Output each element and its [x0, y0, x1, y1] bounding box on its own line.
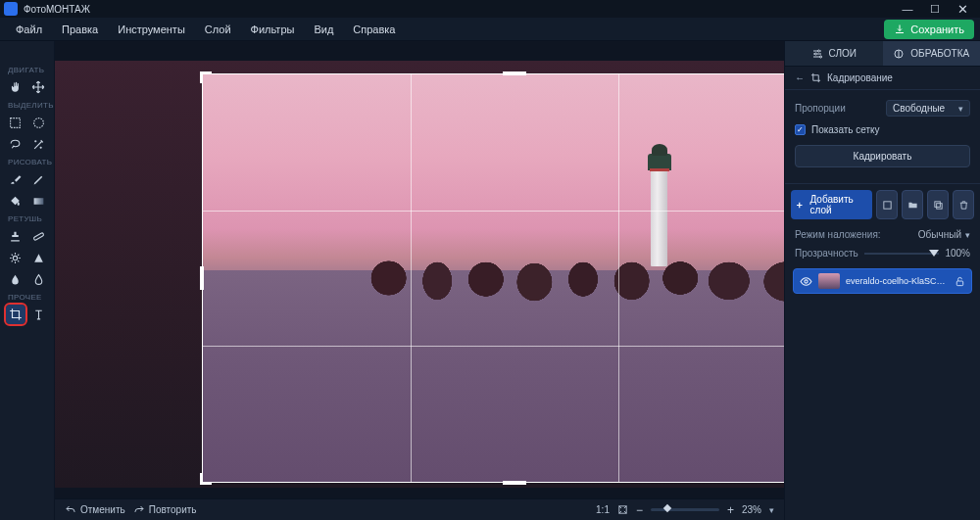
opacity-value: 100% — [945, 248, 970, 259]
gradient-tool[interactable] — [28, 191, 48, 211]
window-maximize-button[interactable]: ☐ — [921, 3, 949, 16]
crop-frame[interactable] — [202, 73, 784, 483]
menu-edit[interactable]: Правка — [52, 20, 108, 39]
menubar: Файл Правка Инструменты Слой Фильтры Вид… — [0, 18, 980, 41]
rect-select-tool[interactable] — [6, 113, 25, 132]
eye-icon[interactable] — [800, 275, 812, 288]
zoom-in-icon[interactable]: + — [727, 503, 734, 517]
dodge-tool[interactable] — [6, 248, 25, 267]
svg-point-4 — [14, 256, 18, 260]
plus-icon — [795, 200, 804, 211]
tab-processing-label: ОБРАБОТКА — [910, 48, 969, 59]
move-tool[interactable] — [28, 77, 48, 97]
svg-rect-3 — [33, 232, 44, 240]
canvas-image — [203, 74, 784, 482]
zoom-slider[interactable] — [651, 508, 719, 511]
folder-icon — [907, 200, 918, 211]
toolbar-section-select: ВЫДЕЛИТЬ — [0, 98, 54, 112]
tab-processing[interactable]: ОБРАБОТКА — [883, 41, 981, 66]
blend-mode-value[interactable]: Обычный — [918, 229, 961, 240]
proportions-label: Пропорции — [795, 103, 846, 114]
scale-one-to-one[interactable]: 1:1 — [596, 504, 610, 515]
zoom-dropdown-icon[interactable]: ▾ — [769, 505, 774, 515]
layer-thumbnail — [818, 273, 840, 289]
layer-delete-button[interactable] — [953, 190, 974, 219]
app-title: ФотоМОНТАЖ — [24, 4, 90, 15]
brush-tool[interactable] — [6, 169, 25, 189]
toolbar-section-other: ПРОЧЕЕ — [0, 290, 54, 304]
text-tool[interactable] — [28, 305, 48, 324]
redo-label: Повторить — [149, 504, 197, 515]
crop-icon — [810, 72, 821, 83]
checkbox-icon: ✓ — [795, 124, 806, 135]
undo-button[interactable]: Отменить — [65, 504, 125, 516]
undo-icon — [65, 504, 76, 516]
svg-rect-12 — [934, 201, 940, 207]
hand-icon — [9, 80, 23, 94]
crop-icon — [9, 307, 23, 321]
lasso-tool[interactable] — [6, 134, 25, 154]
svg-point-6 — [817, 50, 819, 52]
triangle-icon — [32, 252, 45, 264]
menu-filters[interactable]: Фильтры — [241, 20, 305, 39]
heal-tool[interactable] — [28, 226, 48, 246]
lock-open-icon[interactable] — [955, 276, 965, 287]
crop-handle-bottom[interactable] — [503, 481, 526, 485]
menu-tools[interactable]: Инструменты — [108, 20, 195, 39]
blend-mode-label: Режим наложения: — [795, 229, 881, 240]
layer-duplicate-button[interactable] — [927, 190, 949, 219]
opacity-slider[interactable] — [864, 253, 940, 255]
bandage-icon — [32, 230, 45, 243]
svg-rect-10 — [883, 201, 890, 208]
drop-outline-icon — [32, 273, 45, 286]
window-minimize-button[interactable]: — — [894, 3, 921, 15]
crop-handle-left[interactable] — [200, 266, 204, 290]
crop-tool[interactable] — [6, 305, 25, 324]
svg-rect-14 — [956, 281, 962, 286]
gradient-icon — [32, 195, 45, 208]
fill-tool[interactable] — [6, 191, 25, 211]
crop-button[interactable]: Кадрировать — [795, 145, 970, 167]
add-layer-label: Добавить слой — [809, 194, 868, 215]
stamp-tool[interactable] — [6, 226, 25, 246]
menu-layer[interactable]: Слой — [195, 20, 241, 39]
redo-button[interactable]: Повторить — [133, 504, 197, 516]
crop-handle-top[interactable] — [503, 71, 526, 75]
left-toolbar: ДВИГАТЬ ВЫДЕЛИТЬ РИСОВАТЬ РЕТУШЬ — [0, 41, 55, 520]
layer-item[interactable]: everaldo-coelho-KlaSCpkICZw — [793, 268, 972, 294]
canvas-area[interactable]: Отменить Повторить 1:1 − + 23% ▾ — [55, 41, 784, 520]
pencil-tool[interactable] — [28, 169, 48, 189]
proportions-select[interactable]: Свободные ▾ — [886, 100, 970, 117]
sharpen-tool[interactable] — [28, 248, 48, 267]
crop-gridline — [411, 74, 412, 482]
svg-point-7 — [814, 53, 816, 55]
crop-handle-tl[interactable] — [200, 71, 212, 83]
smudge-tool[interactable] — [28, 269, 48, 289]
drop-icon — [9, 273, 22, 286]
blur-tool[interactable] — [6, 269, 25, 289]
fit-icon[interactable] — [617, 504, 628, 515]
magic-wand-tool[interactable] — [28, 134, 48, 154]
stamp-icon — [9, 230, 22, 243]
ellipse-select-tool[interactable] — [28, 113, 48, 132]
hand-tool[interactable] — [6, 77, 25, 97]
redo-icon — [133, 504, 145, 516]
back-icon[interactable]: ← — [795, 72, 805, 83]
crop-handle-bl[interactable] — [200, 473, 212, 485]
layer-folder-button[interactable] — [902, 190, 923, 219]
toolbar-section-draw: РИСОВАТЬ — [0, 155, 54, 168]
chevron-down-icon[interactable]: ▾ — [965, 230, 970, 240]
menu-file[interactable]: Файл — [6, 20, 52, 39]
menu-help[interactable]: Справка — [343, 20, 405, 39]
square-icon — [882, 200, 893, 211]
show-grid-checkbox[interactable]: ✓ Показать сетку — [795, 124, 970, 135]
layer-empty-button[interactable] — [876, 190, 898, 219]
add-layer-button[interactable]: Добавить слой — [791, 190, 872, 219]
menu-view[interactable]: Вид — [304, 20, 343, 39]
window-close-button[interactable]: ✕ — [949, 2, 976, 17]
save-button[interactable]: Сохранить — [884, 20, 974, 39]
svg-point-8 — [819, 56, 821, 58]
lasso-icon — [9, 138, 22, 151]
zoom-out-icon[interactable]: − — [636, 503, 643, 517]
tab-layers[interactable]: СЛОИ — [785, 41, 883, 66]
